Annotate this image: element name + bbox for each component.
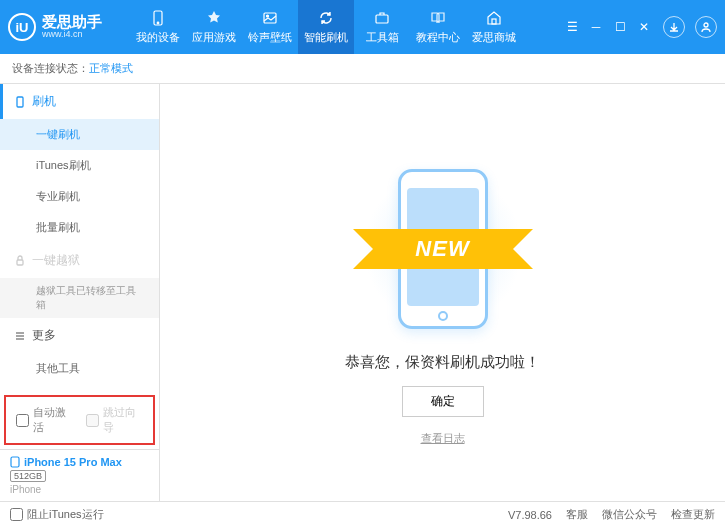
svg-rect-5 <box>492 19 496 24</box>
sidebar-cat-flash[interactable]: 刷机 <box>0 84 159 119</box>
status-value: 正常模式 <box>89 61 133 76</box>
logo: iU 爱思助手 www.i4.cn <box>8 13 102 41</box>
device-storage: 512GB <box>10 470 46 482</box>
device-phone-icon <box>10 456 20 468</box>
window-controls: ☰ ─ ☐ ✕ <box>563 16 717 38</box>
device-info: iPhone 15 Pro Max 512GB iPhone <box>0 449 159 501</box>
sidebar-cat-more[interactable]: 更多 <box>0 318 159 353</box>
menu-icon[interactable]: ☰ <box>563 18 581 36</box>
sidebar: 刷机 一键刷机 iTunes刷机 专业刷机 批量刷机 一键越狱 越狱工具已转移至… <box>0 84 160 501</box>
new-ribbon: NEW <box>373 229 513 269</box>
maximize-button[interactable]: ☐ <box>611 18 629 36</box>
jailbreak-note: 越狱工具已转移至工具箱 <box>0 278 159 318</box>
nav-tutorials[interactable]: 教程中心 <box>410 0 466 54</box>
success-illustration: NEW <box>343 159 543 339</box>
sidebar-cat-jailbreak[interactable]: 一键越狱 <box>0 243 159 278</box>
status-label: 设备连接状态： <box>12 61 89 76</box>
nav-store[interactable]: 爱思商城 <box>466 0 522 54</box>
refresh-icon <box>317 9 335 27</box>
sidebar-item-download[interactable]: 下载固件 <box>0 384 159 391</box>
block-itunes-checkbox[interactable]: 阻止iTunes运行 <box>10 507 104 522</box>
app-subtitle: www.i4.cn <box>42 30 102 40</box>
svg-rect-9 <box>11 457 19 467</box>
user-button[interactable] <box>695 16 717 38</box>
sidebar-item-oneclick[interactable]: 一键刷机 <box>0 119 159 150</box>
nav-my-device[interactable]: 我的设备 <box>130 0 186 54</box>
version-label: V7.98.66 <box>508 509 552 521</box>
nav-apps[interactable]: 应用游戏 <box>186 0 242 54</box>
book-icon <box>429 9 447 27</box>
logo-icon: iU <box>8 13 36 41</box>
toolbox-icon <box>373 9 391 27</box>
minimize-button[interactable]: ─ <box>587 18 605 36</box>
flash-icon <box>14 96 26 108</box>
svg-rect-7 <box>17 97 23 107</box>
download-button[interactable] <box>663 16 685 38</box>
svg-rect-8 <box>17 260 23 265</box>
home-icon <box>485 9 503 27</box>
apps-icon <box>205 9 223 27</box>
svg-point-6 <box>704 23 708 27</box>
image-icon <box>261 9 279 27</box>
more-icon <box>14 330 26 342</box>
device-type: iPhone <box>10 484 149 495</box>
sidebar-item-pro[interactable]: 专业刷机 <box>0 181 159 212</box>
nav-flash[interactable]: 智能刷机 <box>298 0 354 54</box>
phone-icon <box>149 9 167 27</box>
footer-update[interactable]: 检查更新 <box>671 507 715 522</box>
skip-guide-checkbox[interactable]: 跳过向导 <box>86 405 144 435</box>
sidebar-item-other[interactable]: 其他工具 <box>0 353 159 384</box>
view-log-link[interactable]: 查看日志 <box>421 431 465 446</box>
sidebar-options-highlight: 自动激活 跳过向导 <box>4 395 155 445</box>
device-name[interactable]: iPhone 15 Pro Max <box>10 456 149 468</box>
nav-toolbox[interactable]: 工具箱 <box>354 0 410 54</box>
confirm-button[interactable]: 确定 <box>402 386 484 417</box>
header: iU 爱思助手 www.i4.cn 我的设备 应用游戏 铃声壁纸 智能刷机 工具… <box>0 0 725 54</box>
svg-point-3 <box>267 15 269 17</box>
svg-point-1 <box>157 22 159 24</box>
auto-activate-checkbox[interactable]: 自动激活 <box>16 405 74 435</box>
svg-rect-4 <box>376 15 388 23</box>
main-content: NEW 恭喜您，保资料刷机成功啦！ 确定 查看日志 <box>160 84 725 501</box>
nav-ringtones[interactable]: 铃声壁纸 <box>242 0 298 54</box>
main-nav: 我的设备 应用游戏 铃声壁纸 智能刷机 工具箱 教程中心 爱思商城 <box>130 0 563 54</box>
footer-support[interactable]: 客服 <box>566 507 588 522</box>
lock-icon <box>14 255 26 267</box>
sidebar-item-batch[interactable]: 批量刷机 <box>0 212 159 243</box>
app-title: 爱思助手 <box>42 14 102 31</box>
footer: 阻止iTunes运行 V7.98.66 客服 微信公众号 检查更新 <box>0 501 725 527</box>
status-bar: 设备连接状态： 正常模式 <box>0 54 725 84</box>
success-message: 恭喜您，保资料刷机成功啦！ <box>345 353 540 372</box>
close-button[interactable]: ✕ <box>635 18 653 36</box>
footer-wechat[interactable]: 微信公众号 <box>602 507 657 522</box>
sidebar-item-itunes[interactable]: iTunes刷机 <box>0 150 159 181</box>
